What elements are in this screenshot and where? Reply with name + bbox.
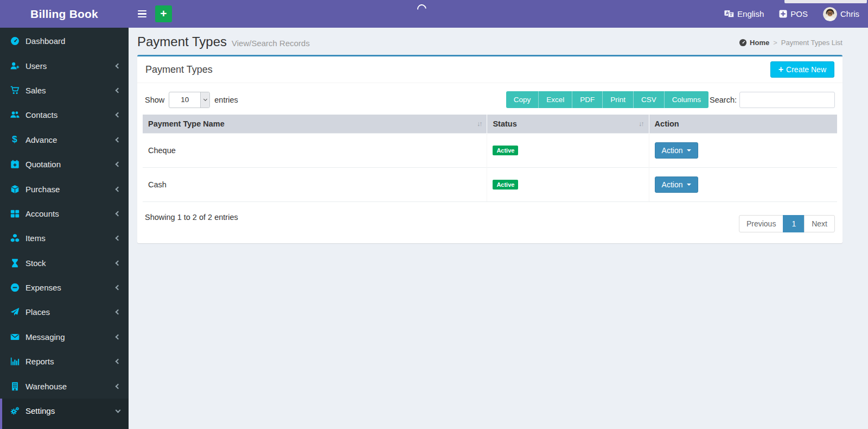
avatar: [823, 7, 837, 21]
status-cell: Active: [487, 134, 649, 168]
chevron-left-icon: [116, 236, 121, 241]
page-length-select[interactable]: 10: [169, 92, 210, 108]
previous-page-button[interactable]: Previous: [739, 215, 783, 232]
action-cell: Action: [649, 168, 837, 202]
sidebar-item-expenses: Expenses: [0, 275, 129, 300]
table-body: Cheque Active Action Cash Active Action: [143, 134, 837, 202]
loading-spinner-icon: [416, 3, 429, 16]
column-header-name[interactable]: Payment Type Name ↓↑: [143, 115, 487, 134]
search-label: Search:: [710, 96, 737, 104]
sidebar-nav: Dashboard Users Sales Contacts $ Advance…: [0, 28, 129, 429]
page-title: Payment Types: [137, 34, 227, 49]
status-badge: Active: [493, 146, 518, 155]
sidebar-item-settings: Settings: [0, 399, 129, 423]
cube-icon: [10, 185, 20, 194]
chevron-left-icon: [116, 211, 121, 216]
page-subtitle: View/Search Records: [232, 39, 310, 48]
action-dropdown-button[interactable]: Action: [655, 176, 698, 193]
sidebar-item-accounts: Accounts: [0, 201, 129, 226]
sidebar-item-places: Places: [0, 300, 129, 324]
shopping-cart-icon: [10, 86, 20, 95]
chevron-left-icon: [116, 112, 121, 118]
sidebar-item-users: Users: [0, 53, 129, 78]
chevron-left-icon: [116, 285, 121, 291]
sidebar-item-items: Items: [0, 226, 129, 250]
card-body: Show 10 entries Copy Excel PDF Print CSV: [137, 83, 843, 243]
sidebar-item-stock: Stock: [0, 251, 129, 275]
table-info: Showing 1 to 2 of 2 entries: [145, 213, 238, 222]
home-dashboard-icon: [739, 39, 747, 47]
user-plus-icon: [10, 61, 20, 71]
chevron-left-icon: [116, 137, 121, 142]
app-logo[interactable]: Billing Book: [0, 0, 129, 28]
users-icon: [10, 110, 20, 119]
status-badge: Active: [493, 180, 518, 190]
chevron-left-icon: [116, 359, 121, 364]
calendar-plus-icon: [10, 160, 20, 169]
plus-square-icon: [779, 10, 787, 18]
payment-type-name-cell: Cheque: [143, 134, 487, 168]
envelope-icon: [10, 332, 20, 342]
breadcrumb-home[interactable]: Home: [739, 39, 769, 47]
table-controls: Show 10 entries Copy Excel PDF Print CSV: [145, 91, 835, 108]
quick-add-button[interactable]: +: [155, 5, 172, 22]
chevron-left-icon: [116, 310, 121, 315]
card-header: Payment Types + Create New: [137, 56, 843, 83]
sidebar: Dashboard Users Sales Contacts $ Advance…: [0, 28, 129, 429]
content-header: Payment Types View/Search Records Home >…: [137, 34, 843, 49]
columns-button[interactable]: Columns: [665, 91, 709, 108]
caret-down-icon: [687, 184, 691, 186]
breadcrumb: Home > Payment Types List: [739, 39, 843, 49]
gears-icon: [10, 406, 20, 415]
chevron-down-icon: [116, 407, 121, 413]
hamburger-icon: [138, 10, 146, 12]
sidebar-item-messaging: Messaging: [0, 325, 129, 349]
main-content: Payment Types View/Search Records Home >…: [129, 28, 868, 429]
sidebar-item-purchase: Purchase: [0, 176, 129, 201]
topbar: Billing Book + English POS: [0, 0, 868, 28]
chevron-left-icon: [116, 383, 121, 389]
chevron-left-icon: [116, 88, 121, 93]
show-label: Show: [145, 96, 164, 104]
language-icon: [724, 10, 734, 18]
export-button-group: Copy Excel PDF Print CSV Columns: [506, 91, 709, 108]
print-button[interactable]: Print: [603, 91, 634, 108]
payment-type-name-cell: Cash: [143, 168, 487, 202]
table-row: Cash Active Action: [143, 168, 837, 202]
topbar-menu: English POS: [724, 0, 859, 28]
action-dropdown-button[interactable]: Action: [655, 142, 698, 159]
next-page-button[interactable]: Next: [804, 215, 835, 232]
csv-button[interactable]: CSV: [634, 91, 665, 108]
sidebar-item-advance: $ Advance: [0, 128, 129, 152]
sort-icon: ↓↑: [639, 120, 643, 128]
dashboard-icon: [10, 36, 20, 46]
pdf-button[interactable]: PDF: [572, 91, 603, 108]
paper-plane-icon: [10, 307, 20, 317]
cubes-icon: [10, 234, 20, 243]
chevron-left-icon: [116, 260, 121, 266]
settings-submenu-area: [0, 423, 129, 429]
table-header-row: Payment Type Name ↓↑ Status ↓↑ Action: [143, 115, 837, 134]
chevron-left-icon: [116, 334, 121, 339]
search-input[interactable]: [739, 92, 835, 108]
select-arrow-icon: [200, 92, 209, 108]
table-footer: Showing 1 to 2 of 2 entries Previous 1 N…: [145, 209, 835, 232]
page-length-control: Show 10 entries: [145, 92, 238, 108]
plus-icon: +: [160, 8, 167, 19]
sidebar-item-dashboard: Dashboard: [0, 29, 129, 53]
sidebar-item-sales: Sales: [0, 78, 129, 103]
language-menu[interactable]: English: [724, 9, 764, 18]
copy-button[interactable]: Copy: [506, 91, 539, 108]
card-title: Payment Types: [145, 64, 213, 75]
building-icon: [10, 382, 20, 391]
page-1-button[interactable]: 1: [783, 215, 805, 232]
grid-icon: [10, 209, 20, 218]
create-new-button[interactable]: + Create New: [770, 61, 834, 78]
sidebar-toggle-button[interactable]: [130, 0, 154, 28]
pagination: Previous 1 Next: [739, 215, 835, 232]
user-menu[interactable]: Chris: [823, 7, 859, 21]
pos-menu[interactable]: POS: [779, 9, 808, 18]
payment-types-card: Payment Types + Create New Show 10 entri…: [137, 55, 843, 243]
excel-button[interactable]: Excel: [539, 91, 572, 108]
column-header-status[interactable]: Status ↓↑: [487, 115, 649, 134]
